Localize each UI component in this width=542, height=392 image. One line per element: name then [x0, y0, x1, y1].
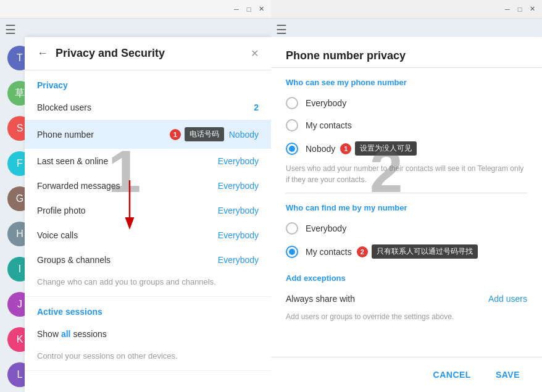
nobody-tooltip: 设置为没人可见: [355, 141, 417, 156]
step2-circle: 2: [357, 246, 368, 257]
option-mycontacts-see[interactable]: My contacts: [286, 114, 527, 136]
profile-photo-value: Everybody: [218, 206, 259, 215]
groups-channels-row[interactable]: Groups & channels Everybody: [25, 248, 271, 272]
contacts-tooltip: 只有联系人可以通过号码寻找: [372, 244, 478, 259]
close-panel-btn[interactable]: ✕: [251, 48, 259, 59]
save-button[interactable]: SAVE: [488, 365, 527, 385]
groups-channels-label: Groups & channels: [37, 255, 218, 265]
panel-content: Privacy Blocked users 2 Phone number 1 电…: [25, 70, 271, 392]
forwarded-messages-value: Everybody: [218, 181, 259, 191]
privacy-panel: ← Privacy and Security ✕ Privacy Blocked…: [25, 37, 271, 392]
step1-circle: 1: [170, 129, 181, 140]
dialog-footer: CANCEL SAVE: [271, 357, 542, 392]
hamburger-icon[interactable]: ☰: [5, 22, 16, 37]
voice-calls-label: Voice calls: [37, 230, 218, 240]
groups-channels-value: Everybody: [218, 255, 259, 265]
label-everybody-find: Everybody: [306, 223, 346, 233]
label-nobody-see: Nobody: [306, 144, 335, 154]
dialog-body: Who can see my phone number Everybody My…: [271, 68, 542, 357]
option-mycontacts-find[interactable]: My contacts 2 只有联系人可以通过号码寻找: [286, 240, 527, 264]
last-seen-row[interactable]: Last seen & online Everybody: [25, 149, 271, 173]
show-all-sessions-label: Show all sessions: [37, 329, 259, 339]
blocked-users-value: 2: [254, 102, 259, 112]
sessions-desc: Control your sessions on other devices.: [25, 346, 271, 371]
step1-circle-right: 1: [340, 143, 351, 154]
voice-calls-value: Everybody: [218, 230, 259, 240]
maximize-btn[interactable]: □: [244, 4, 254, 14]
privacy-section-label: Privacy: [25, 70, 271, 95]
right-hamburger-icon[interactable]: ☰: [276, 22, 287, 37]
phone-number-row[interactable]: Phone number 1 电话号码 Nobody: [25, 120, 271, 149]
section2-title: Who can find me by my number: [286, 193, 527, 217]
phone-privacy-dialog: Phone number privacy Who can see my phon…: [271, 37, 542, 392]
active-sessions-label: Active sessions: [25, 297, 271, 322]
phone-tooltip: 电话号码: [185, 127, 224, 141]
info-text: Users who add your number to their conta…: [286, 161, 527, 193]
right-chat-background: ☰ T ... 1:49 3 草 1:34 5496 S 1:34: [271, 19, 542, 392]
cancel-button[interactable]: CANCEL: [426, 365, 478, 385]
exceptions-desc: Add users or groups to override the sett…: [286, 310, 527, 328]
back-button[interactable]: ←: [37, 47, 48, 60]
forwarded-messages-label: Forwarded messages: [37, 181, 218, 191]
chat-background: ☰ T ... 1:49 3 草 1:34 5496 S 1:34: [0, 19, 271, 392]
label-mycontacts-find: My contacts: [306, 247, 352, 257]
section1-title: Who can see my phone number: [286, 68, 527, 92]
radio-everybody-find[interactable]: [286, 222, 298, 235]
option-everybody-find[interactable]: Everybody: [286, 217, 527, 240]
radio-mycontacts-see[interactable]: [286, 119, 298, 131]
always-share-label: Always share with: [286, 294, 488, 304]
radio-nobody-see[interactable]: [286, 143, 298, 155]
left-title-bar: ─ □ ✕: [0, 0, 271, 19]
option-nobody-see[interactable]: Nobody 1 设置为没人可见: [286, 136, 527, 161]
groups-desc: Change who can add you to groups and cha…: [25, 272, 271, 297]
panel-header: ← Privacy and Security ✕: [25, 37, 271, 70]
option-everybody-see[interactable]: Everybody: [286, 92, 527, 114]
add-exceptions-title: Add exceptions: [286, 264, 527, 288]
dialog-title: Phone number privacy: [286, 49, 527, 62]
dialog-header: Phone number privacy: [271, 37, 542, 68]
label-everybody-see: Everybody: [306, 98, 346, 108]
close-btn-right[interactable]: ✕: [527, 4, 537, 14]
show-all-sessions-row[interactable]: Show all sessions: [25, 322, 271, 346]
left-window: ─ □ ✕ ☰ T ... 1:49 3 草 1:34 5496 S: [0, 0, 271, 392]
blocked-users-label: Blocked users: [37, 102, 254, 112]
close-btn-left[interactable]: ✕: [256, 4, 266, 14]
label-mycontacts-see: My contacts: [306, 120, 352, 130]
right-window: ─ □ ✕ ☰ T ... 1:49 3 草 1:34 5496 S: [271, 0, 542, 392]
minimize-btn-right[interactable]: ─: [502, 4, 512, 14]
minimize-btn[interactable]: ─: [231, 4, 241, 14]
voice-calls-row[interactable]: Voice calls Everybody: [25, 223, 271, 248]
panel-title: Privacy and Security: [56, 47, 251, 60]
blocked-users-row[interactable]: Blocked users 2: [25, 95, 271, 120]
right-title-bar: ─ □ ✕: [271, 0, 542, 19]
exceptions-row: Always share with Add users: [286, 288, 527, 310]
forwarded-messages-row[interactable]: Forwarded messages Everybody: [25, 173, 271, 198]
last-seen-value: Everybody: [218, 156, 259, 166]
radio-mycontacts-find[interactable]: [286, 246, 298, 258]
phone-number-label: Phone number: [37, 130, 170, 140]
profile-photo-row[interactable]: Profile photo Everybody: [25, 198, 271, 223]
last-seen-label: Last seen & online: [37, 156, 218, 166]
phone-number-value: Nobody: [229, 130, 259, 140]
maximize-btn-right[interactable]: □: [515, 4, 525, 14]
profile-photo-label: Profile photo: [37, 206, 218, 215]
add-users-link[interactable]: Add users: [488, 294, 527, 304]
radio-everybody-see[interactable]: [286, 97, 298, 109]
